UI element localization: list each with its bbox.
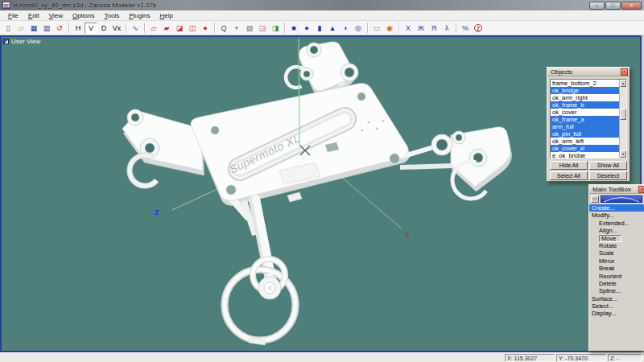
vertex-snap-icon[interactable]: Vx xyxy=(110,23,123,34)
show-all-button[interactable]: Show All xyxy=(589,161,627,170)
select-box-2-icon[interactable]: ▰ xyxy=(160,23,173,34)
menu-view[interactable]: View xyxy=(44,12,68,19)
object-list-item[interactable]: ok_pin_full xyxy=(551,130,619,138)
view-box-icon[interactable]: ▧ xyxy=(243,23,256,34)
hide-all-button[interactable]: Hide All xyxy=(550,161,588,170)
window-title: xl-rcm80_xy_40_dm.z3d - Zanoza Modeler v… xyxy=(13,2,156,9)
bone-tool-2-icon[interactable]: Ж xyxy=(415,23,427,34)
menu-help[interactable]: Help xyxy=(155,12,177,19)
object-list-item[interactable]: ok_arm_left xyxy=(551,138,619,145)
viewport-user-view[interactable]: User View xyxy=(0,35,642,352)
object-list-item[interactable]: ok_arm_right xyxy=(551,94,619,101)
new-file-icon[interactable]: ▯ xyxy=(2,23,14,34)
toolbar-separator xyxy=(284,23,285,33)
open-file-icon[interactable]: ▱ xyxy=(14,23,27,34)
select-all-button[interactable]: Select All xyxy=(550,171,588,180)
toolbox-item-select[interactable]: Select... xyxy=(589,302,644,310)
menu-edit[interactable]: Edit xyxy=(23,12,44,19)
view-shade-icon[interactable]: ◨ xyxy=(269,23,282,34)
object-list-item[interactable]: e_ok_bridge xyxy=(551,152,619,158)
toolbox-item-extended[interactable]: Extended... xyxy=(589,220,644,227)
object-list-item[interactable]: ok_cover xyxy=(551,109,619,116)
objects-panel-close-icon[interactable]: × xyxy=(621,68,628,76)
viewport-mode-icon[interactable] xyxy=(3,39,9,44)
undo-icon[interactable]: ↺ xyxy=(53,23,66,34)
objects-panel-titlebar[interactable]: Objects × xyxy=(547,68,630,76)
object-list-item[interactable]: ok_frame_a xyxy=(551,116,619,123)
primitive-torus-icon[interactable]: ◎ xyxy=(352,23,365,34)
percent-tool-icon[interactable]: % xyxy=(459,23,472,34)
bounding-rect-icon[interactable]: ▭ xyxy=(370,23,383,34)
primitive-cone-icon[interactable]: ▲ xyxy=(326,23,339,34)
toolbox-item-rotate[interactable]: Rotate xyxy=(589,242,644,249)
toolbar-separator xyxy=(214,23,215,33)
scroll-down-icon[interactable]: ▼ xyxy=(620,150,626,158)
snap-z-icon[interactable]: Z xyxy=(472,23,485,34)
select-sphere-icon[interactable]: ● xyxy=(199,23,212,34)
toolbox-item-break[interactable]: Break xyxy=(589,265,644,272)
deselect-button[interactable]: Deselect xyxy=(589,171,627,180)
close-button[interactable]: × xyxy=(621,2,642,10)
save-icon[interactable]: ▦ xyxy=(27,23,40,34)
bone-tool-3-icon[interactable]: Я xyxy=(427,23,440,34)
zoom-tool-icon[interactable]: Q xyxy=(217,23,230,34)
status-bar: X: 115.3027 Y: -70.3470 Z: - xyxy=(0,352,644,362)
object-list-item[interactable]: arm_full xyxy=(551,123,619,130)
status-z-coordinate: Z: - xyxy=(608,354,642,362)
toolbar-separator xyxy=(456,23,456,33)
hide-mode-icon[interactable]: H xyxy=(72,23,85,34)
polyline-select-icon[interactable]: ∿ xyxy=(129,23,142,34)
toolbox-item-create[interactable]: Create... xyxy=(589,204,644,212)
select-box-1-icon[interactable]: ▱ xyxy=(147,23,160,34)
toolbox-item-move[interactable]: Move xyxy=(589,235,644,242)
primitive-cylinder-icon[interactable]: ▮ xyxy=(313,23,326,34)
vertex-mode-icon[interactable]: V xyxy=(85,23,97,34)
toolbox-item-scale[interactable]: Scale xyxy=(589,249,644,257)
select-box-4-icon[interactable]: ◫ xyxy=(186,23,199,34)
display-mode-icon[interactable]: D xyxy=(97,23,110,34)
status-x-coordinate: X: 115.3027 xyxy=(505,354,555,362)
toolbox-item-reorient[interactable]: Reorient xyxy=(589,273,644,280)
toolbar-separator xyxy=(367,23,368,33)
toolbox-close-icon[interactable]: × xyxy=(638,186,644,193)
toolbar-separator xyxy=(126,23,126,33)
menu-options[interactable]: Options xyxy=(68,12,100,19)
toolbox-item-display[interactable]: Display... xyxy=(589,310,644,317)
primitive-box-icon[interactable]: ■ xyxy=(287,23,300,34)
object-list-item[interactable]: ok_bridge xyxy=(551,87,619,94)
view-reset-icon[interactable]: ◲ xyxy=(256,23,269,34)
menu-tools[interactable]: Tools xyxy=(100,12,125,19)
minimize-button[interactable]: – xyxy=(589,2,605,10)
toolbar-separator xyxy=(68,23,69,33)
toolbox-item-spline[interactable]: Spline... xyxy=(589,287,644,294)
toolbox-item-mirror[interactable]: Mirror xyxy=(589,257,644,265)
main-toolbox-panel: Main ToolBox × <> Create...Modify...Exte… xyxy=(588,184,644,352)
pan-tool-icon[interactable]: + xyxy=(230,23,243,34)
app-icon[interactable]: 3D xyxy=(2,2,10,9)
object-list-item[interactable]: frame_bottom_2 xyxy=(551,80,619,87)
toolbox-item-modify[interactable]: Modify... xyxy=(589,212,644,219)
scroll-thumb[interactable] xyxy=(620,109,626,120)
menu-file[interactable]: File xyxy=(3,12,23,19)
toolbox-item-surface[interactable]: Surface... xyxy=(589,295,644,302)
primitive-ellipsoid-icon[interactable]: ◖ xyxy=(339,23,352,34)
select-box-3-icon[interactable]: ◪ xyxy=(173,23,186,34)
menu-plugins[interactable]: Plugins xyxy=(124,12,155,19)
toolbox-logo xyxy=(601,195,642,203)
object-list-item[interactable]: ok_frame_b xyxy=(551,101,619,109)
object-list-item[interactable]: ok_cover_xl xyxy=(551,145,619,152)
pivot-target-icon[interactable]: ◉ xyxy=(383,23,396,34)
toolbox-item-align[interactable]: Align... xyxy=(589,227,644,234)
toolbar: ▯▱▦▥↺HVDVx∿▱▰◪◫●Q+▧◲◨■●▮▲◖◎▭◉ХЖЯλ%Z xyxy=(0,21,644,35)
primitive-sphere-icon[interactable]: ● xyxy=(300,23,313,34)
toolbox-item-delete[interactable]: Delete xyxy=(589,280,644,287)
toolbox-title: Main ToolBox xyxy=(592,186,631,193)
objects-scrollbar[interactable]: ▲ ▼ xyxy=(619,80,626,158)
bone-tool-1-icon[interactable]: Х xyxy=(402,23,415,34)
scroll-up-icon[interactable]: ▲ xyxy=(620,80,626,87)
save-as-icon[interactable]: ▥ xyxy=(40,23,53,34)
bone-tool-4-icon[interactable]: λ xyxy=(440,23,453,34)
toolbox-titlebar[interactable]: Main ToolBox × xyxy=(589,185,644,194)
maximize-button[interactable]: □ xyxy=(605,2,621,10)
toolbox-collapse-button[interactable]: <> xyxy=(591,195,599,203)
